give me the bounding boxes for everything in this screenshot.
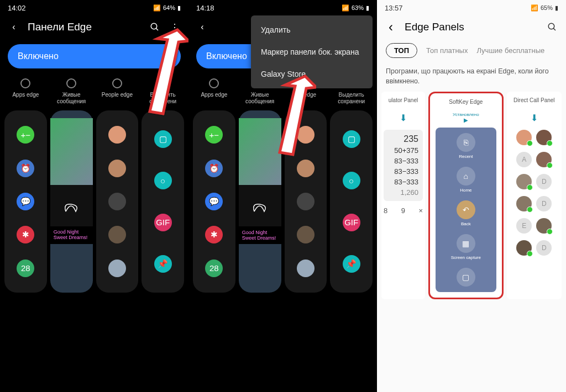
avatar [108,226,126,243]
status-bar: 14:18 📶 63% ▮ [188,0,377,15]
app-icon: ✱ [17,226,34,243]
toggle-label: Включено [18,51,59,61]
search-icon[interactable] [546,21,558,33]
download-icon[interactable]: ⬇ [400,113,407,123]
app-icon: 28 [17,259,34,277]
status-icons: 📶 65% ▮ [531,4,558,12]
tab-top[interactable]: ТОП [386,43,417,58]
page-title: Панели Edge [28,21,141,33]
avatar [108,259,126,277]
more-icon[interactable]: ⋮ [169,21,181,33]
radio[interactable] [158,78,168,88]
tool-icon: ○ [154,172,172,189]
svg-line-5 [553,28,555,30]
avatar [108,193,126,210]
screenshot-3: 13:57 📶 65% ▮ ‹ Edge Panels ТОП Топ плат… [377,0,566,392]
menu-delete[interactable]: Удалить [251,19,373,41]
tab-paid[interactable]: Топ платных [426,46,468,55]
app-icon: 💬 [17,193,34,210]
smart-select-preview[interactable]: ▢ ○ GIF 📌 [142,110,184,293]
overflow-menu: Удалить Маркер панели бок. экрана Galaxy… [251,15,373,88]
people-edge-preview[interactable] [96,110,139,293]
apps-edge-preview[interactable]: +− ⏰ 💬 ✱ 28 [193,110,235,293]
tool-icon: 📌 [154,255,172,273]
tool-icon: GIF [154,214,172,231]
avatar [108,126,126,144]
screenshot-1: 14:02 📶 64% ▮ ‹ Панели Edge ⋮ Включено A… [0,0,188,392]
search-icon[interactable] [149,21,161,33]
card-softkey[interactable]: SoftKey Edge Установлено ▶ ⎘Recent ⌂Home… [428,92,504,299]
status-bar: 14:02 📶 64% ▮ [0,0,188,15]
apps-edge-preview[interactable]: +− ⏰ 💬 ✱ 28 [4,110,47,293]
menu-handle[interactable]: Маркер панели бок. экрана [251,41,373,63]
live-messages-preview[interactable]: Good Night Sweet Dreams! [50,110,93,293]
tab-free[interactable]: Лучшие бесплатные [476,46,544,55]
app-icon: ⏰ [17,160,34,177]
header: ‹ Edge Panels [377,15,566,39]
status-bar: 13:57 📶 65% ▮ [377,0,566,15]
card-calculator[interactable]: ulator Panel ⬇ 235 50+375 83−333 83−333 … [381,92,425,299]
back-icon[interactable]: ‹ [196,21,208,33]
clock: 14:02 [8,4,26,12]
contacts-preview: A D D E D [509,130,559,256]
softkey-preview: ⎘Recent ⌂Home ↶Back ▦Screen capture ▢ [436,128,496,292]
live-messages-preview[interactable]: Good Night Sweet Dreams! [239,110,281,293]
status-icons: 📶 64% ▮ [153,4,181,12]
panel-labels: Apps edge Живые сообщения People edge Вы… [0,78,188,107]
back-icon[interactable]: ‹ [8,21,20,33]
status-icons: 📶 63% ▮ [342,4,369,12]
toggle-row: Включено [0,39,188,78]
clock: 14:18 [196,4,214,12]
svg-point-4 [548,23,554,29]
toggle-label: Включено [206,51,247,61]
avatar [108,160,126,177]
calc-preview: 235 50+375 83−333 83−333 83−333 1,260 [384,130,423,201]
radio[interactable] [66,78,76,88]
svg-point-0 [151,23,157,29]
description: Програми, що працюють на екрані Edge, ко… [377,65,566,92]
panel-cards: ulator Panel ⬇ 235 50+375 83−333 83−333 … [377,92,566,299]
clock: 13:57 [385,4,403,12]
tabs: ТОП Топ платных Лучшие бесплатные [377,39,566,65]
header: ‹ Панели Edge ⋮ [0,15,188,39]
radio[interactable] [20,78,30,88]
back-icon[interactable]: ‹ [385,21,397,33]
installed-label: Установлено [453,112,479,117]
switch-thumb [164,50,176,62]
panel-previews: +− ⏰ 💬 ✱ 28 Good Night Sweet Dreams! ▢ ○… [188,107,377,296]
screenshot-2: 14:18 📶 63% ▮ ‹ Включено Apps edge Живые… [188,0,377,392]
play-icon[interactable]: ▶ [464,117,468,123]
menu-galaxy-store[interactable]: Galaxy Store [251,63,373,85]
panel-previews: +− ⏰ 💬 ✱ 28 Good Night Sweet Dreams! ▢ ○ [0,107,188,296]
svg-line-1 [156,28,158,30]
card-directcall[interactable]: Direct Call Panel ⬇ A D D E D [507,92,562,299]
download-icon[interactable]: ⬇ [531,113,538,123]
app-icon: +− [17,126,34,144]
tool-icon: ▢ [154,130,172,148]
enabled-toggle[interactable]: Включено [8,44,181,68]
people-edge-preview[interactable] [285,110,327,293]
page-title: Edge Panels [405,21,538,33]
radio[interactable] [209,78,219,88]
radio[interactable] [112,78,122,88]
smart-select-preview[interactable]: ▢ ○ GIF 📌 [330,110,373,293]
